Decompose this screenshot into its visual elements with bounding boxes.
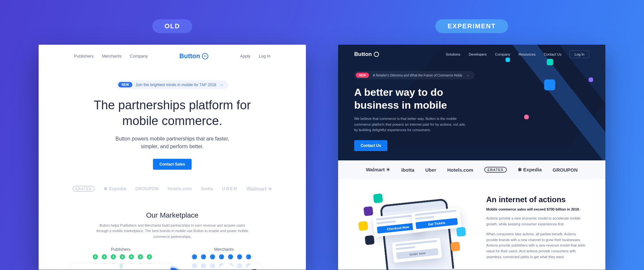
nav-login[interactable]: Log In	[259, 54, 270, 59]
dot-icon: $	[93, 254, 98, 259]
phone-illustration: Checkout Now Get Tickets Order now	[351, 195, 473, 270]
logo-ibotta: ibotta	[201, 186, 213, 191]
contact-sales-button[interactable]: Contact Sales	[153, 159, 191, 170]
dot-icon	[174, 254, 179, 259]
contact-us-button[interactable]: Contact Us	[354, 140, 387, 151]
exp-hero-heading: A better way to do business in mobile	[354, 86, 470, 112]
old-nav: Publishers Merchants Company Button Appl…	[39, 45, 306, 68]
dot-icon: 👤	[219, 254, 224, 259]
hero-cube-icon	[544, 79, 555, 90]
hero-cube-icon	[506, 58, 510, 62]
marketplace-desc: Button helps Publishers and Merchants bu…	[95, 223, 250, 240]
hero-cube-icon	[524, 115, 529, 119]
dot-icon	[156, 254, 161, 259]
nav-company[interactable]: Company	[130, 54, 148, 59]
nav-solutions[interactable]: Solutions	[446, 52, 460, 56]
nav-apply[interactable]: Apply	[240, 54, 251, 59]
section-bold: Mobile commerce sales will exceed $700 b…	[486, 207, 586, 211]
logo-icon	[202, 53, 208, 59]
logo-walmart: Walmart ✶	[366, 167, 390, 173]
old-site: Publishers Merchants Company Button Appl…	[39, 45, 306, 270]
app-badge-icon	[358, 221, 368, 231]
exp-hero: Button Solutions Developers Company Reso…	[338, 45, 605, 160]
logo-expedia: ✱ Expedia	[104, 186, 126, 191]
nav-company[interactable]: Company	[495, 52, 510, 56]
dot-icon	[165, 254, 170, 259]
logo-expedia: ✱ Expedia	[518, 167, 542, 173]
hero-heading: The partnerships platform for mobile com…	[77, 97, 267, 129]
section-p2: When consumers take actions, all parties…	[486, 231, 586, 260]
section-title: An internet of actions	[486, 195, 586, 204]
app-badge-icon	[373, 194, 383, 203]
dot-icon: $	[102, 254, 107, 259]
dot-icon: $	[129, 254, 134, 259]
nav-publishers[interactable]: Publishers	[74, 54, 94, 59]
app-badge-icon	[450, 242, 460, 252]
experiment-site: Button Solutions Developers Company Reso…	[338, 45, 605, 270]
announcement-text: A Retailer's Dilemma and What the Future…	[373, 74, 462, 77]
experiment-column: EXPERIMENT Button	[338, 19, 605, 270]
logo-ibotta: ibotta	[401, 167, 414, 173]
arrow-icon: →	[220, 83, 223, 87]
announcement-text: Join the brightest minds in mobile for T…	[136, 83, 216, 87]
dot-icon: 👤	[192, 254, 197, 259]
arrow-icon: →	[466, 74, 469, 77]
gift-icon: ▦	[74, 268, 116, 270]
publishers-label: Publishers	[111, 247, 130, 252]
dot-icon	[210, 263, 215, 268]
comparison-stage: OLD Publishers Merchants Company Button …	[0, 0, 644, 270]
logo-groupon: GROUPON	[553, 167, 578, 173]
logo-groupon: GROUPON	[135, 186, 158, 191]
dot-icon	[201, 263, 206, 268]
merchants-label: Merchants	[214, 247, 234, 252]
logo-uber: UBER	[222, 186, 238, 191]
app-badge-icon	[365, 235, 375, 245]
dot-icon: 👤	[237, 254, 242, 259]
logo-text: Button	[179, 52, 200, 60]
app-badge-icon	[456, 227, 466, 237]
marketplace-columns: Publishers Merchants	[39, 247, 306, 252]
old-hero: The partnerships platform for mobile com…	[39, 97, 306, 170]
dot-icon	[192, 263, 197, 268]
exp-actions-section: Checkout Now Get Tickets Order now	[338, 179, 605, 270]
dot-icon: $	[111, 254, 116, 259]
logo-ebates: EBATES	[72, 186, 95, 192]
app-badge-icon	[364, 206, 374, 216]
logo-walmart: Walmart ✶	[247, 186, 272, 192]
card-loyalty[interactable]: ▦ Loyalty & Rewards Offering users offer…	[71, 264, 119, 270]
exp-announcement[interactable]: NEW A Retailer's Dilemma and What the Fu…	[354, 71, 475, 79]
nav-merchants[interactable]: Merchants	[102, 54, 122, 59]
experiment-label-pill: EXPERIMENT	[435, 19, 508, 33]
card-travel[interactable]: ✈ Travel Helping users book their flight…	[122, 264, 171, 270]
nav-resources[interactable]: Resources	[518, 52, 535, 56]
section-p1: Actions provide a new economic model to …	[486, 216, 586, 227]
logo-ebates: EBATES	[484, 167, 507, 173]
login-button[interactable]: Log In	[570, 50, 589, 58]
dot-icon: $	[147, 254, 152, 259]
old-logo[interactable]: Button	[179, 52, 208, 60]
nav-contact[interactable]: Contact Us	[544, 52, 561, 56]
dot-icon	[183, 254, 188, 259]
hero-cube-icon	[547, 59, 553, 65]
nav-developers[interactable]: Developers	[469, 52, 487, 56]
old-partner-logos: EBATES ✱ Expedia GROUPON Hotels.com ibot…	[39, 186, 306, 192]
old-column: OLD Publishers Merchants Company Button …	[39, 19, 306, 270]
exp-nav: Button Solutions Developers Company Reso…	[354, 50, 589, 58]
logo-hotels: Hotels.com	[167, 186, 192, 191]
hero-subtext: Button powers mobile partnerships that a…	[77, 135, 267, 150]
marketplace-title: Our Marketplace	[39, 211, 306, 220]
dot-icon: 👤	[228, 254, 233, 259]
logo-icon	[374, 52, 379, 57]
marketplace-graphic: $$$$$$$👤👤👤👤👤👤👤 ▦ Loyalty & Rewards Offer…	[39, 254, 306, 270]
exp-copy: An internet of actions Mobile commerce s…	[486, 195, 586, 270]
plane-icon: ✈	[126, 268, 167, 270]
old-announcement[interactable]: NEW Join the brightest minds in mobile f…	[117, 80, 228, 89]
new-badge: NEW	[356, 73, 369, 78]
exp-partner-logos: Walmart ✶ ibotta Uber Hotels.com EBATES …	[338, 160, 605, 179]
dot-icon: 👤	[201, 254, 206, 259]
tickets-button: Get Tickets	[415, 218, 458, 229]
hero-cube-icon	[589, 77, 593, 82]
exp-logo[interactable]: Button	[354, 51, 379, 58]
exp-hero-subtext: We believe that commerce is that better …	[354, 116, 470, 133]
dot-icon: 👤	[210, 254, 215, 259]
